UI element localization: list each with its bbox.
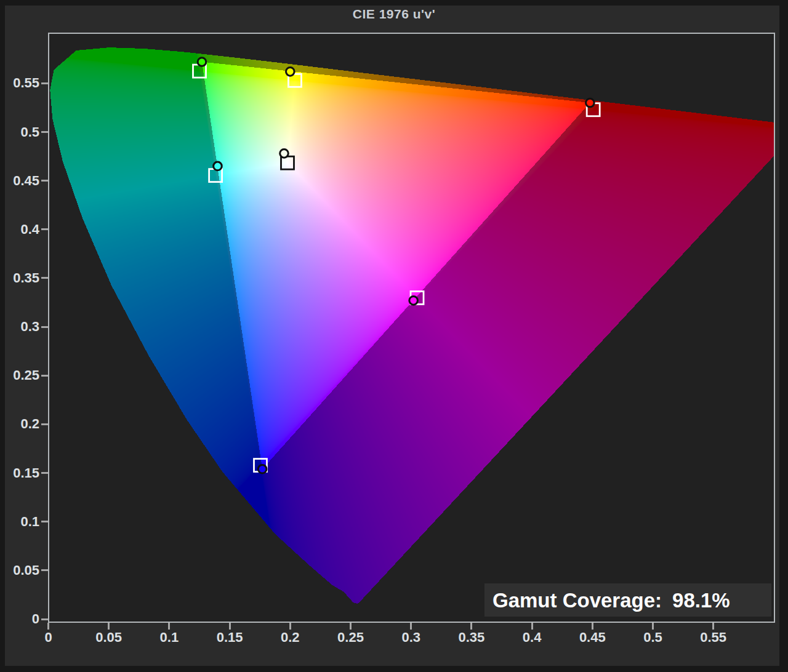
y-axis-tick xyxy=(41,131,48,133)
y-axis-tick xyxy=(41,82,48,84)
x-axis-tick-label: 0.2 xyxy=(281,630,300,646)
x-axis-tick xyxy=(712,623,714,630)
y-axis-tick-label: 0.05 xyxy=(1,562,39,578)
x-axis-tick-label: 0 xyxy=(44,630,52,646)
x-axis-tick xyxy=(289,623,291,630)
y-axis-tick xyxy=(41,618,48,620)
x-axis-tick xyxy=(470,623,472,630)
y-axis-tick-label: 0.25 xyxy=(1,367,39,383)
x-axis-tick-label: 0.25 xyxy=(337,630,364,646)
x-axis-tick-label: 0.05 xyxy=(95,630,122,646)
y-axis-tick xyxy=(41,228,48,230)
gamut-coverage-label: Gamut Coverage: xyxy=(492,589,662,612)
x-axis-tick xyxy=(410,623,412,630)
gamut-coverage-box: Gamut Coverage:98.1% xyxy=(484,583,771,617)
x-axis-tick xyxy=(47,623,49,630)
y-axis-tick-label: 0.15 xyxy=(1,465,39,481)
y-axis-tick-label: 0.5 xyxy=(1,124,39,140)
x-axis-tick xyxy=(108,623,110,630)
y-axis-tick xyxy=(41,180,48,182)
y-axis-tick-label: 0.35 xyxy=(1,270,39,286)
x-axis-tick xyxy=(531,623,533,630)
x-axis-tick-label: 0.35 xyxy=(458,630,484,646)
y-axis-tick xyxy=(41,472,48,474)
y-axis-tick-label: 0.2 xyxy=(1,416,39,432)
x-axis-tick-label: 0.55 xyxy=(700,630,726,646)
gamut-coverage-value: 98.1% xyxy=(672,589,730,612)
x-axis-tick xyxy=(652,623,654,630)
y-axis-tick-label: 0.1 xyxy=(1,514,39,530)
y-axis-tick-label: 0.55 xyxy=(1,75,39,91)
x-axis-tick-label: 0.4 xyxy=(523,630,542,646)
x-axis-tick-label: 0.5 xyxy=(643,630,662,646)
chromaticity-canvas xyxy=(49,34,774,622)
cie-1976-chart-window: 00.050.10.150.20.250.30.350.40.450.50.55… xyxy=(0,0,788,672)
x-axis-tick-label: 0.3 xyxy=(401,630,420,646)
y-axis-tick xyxy=(41,569,48,571)
y-axis-tick xyxy=(41,521,48,522)
chart-title: CIE 1976 u'v' xyxy=(0,7,788,22)
y-axis-tick xyxy=(41,375,48,377)
y-axis-tick-label: 0.3 xyxy=(1,319,39,335)
x-axis-tick xyxy=(350,623,352,630)
x-axis-tick xyxy=(229,623,231,630)
y-axis-tick-label: 0.45 xyxy=(1,173,39,189)
y-axis-tick xyxy=(41,277,48,279)
y-axis-tick-label: 0.4 xyxy=(1,222,39,238)
x-axis-tick xyxy=(168,623,170,630)
x-axis-tick xyxy=(592,623,593,630)
plot-frame xyxy=(48,33,775,623)
y-axis-tick xyxy=(41,423,48,425)
y-axis-tick-label: 0 xyxy=(1,611,39,627)
x-axis-tick-label: 0.1 xyxy=(160,630,179,646)
x-axis-tick-label: 0.45 xyxy=(579,630,606,646)
x-axis-tick-label: 0.15 xyxy=(217,630,243,646)
y-axis-tick xyxy=(41,326,48,328)
